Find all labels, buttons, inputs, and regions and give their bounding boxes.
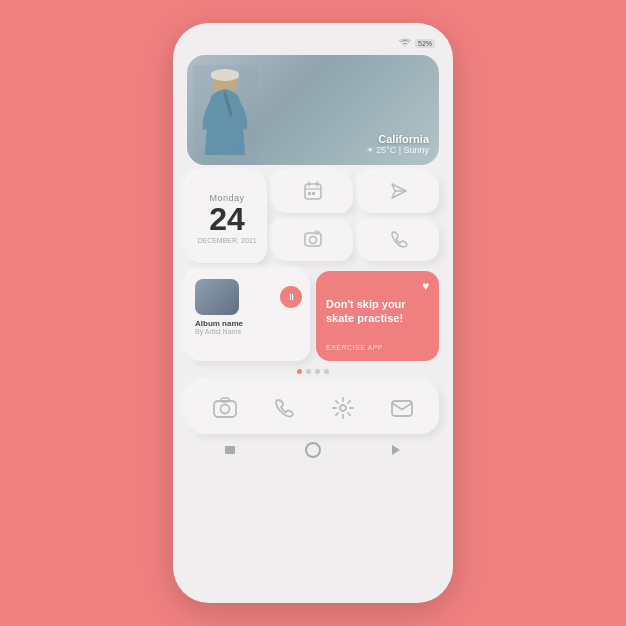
album-name: Album name [195, 319, 243, 328]
phone-receiver-icon [389, 229, 409, 253]
album-art [195, 279, 239, 315]
calendar-date: 24 [209, 203, 245, 235]
settings-dock-icon[interactable] [327, 392, 359, 424]
svg-rect-16 [221, 398, 229, 402]
weather-widget[interactable]: California ☀ 25°C | Sunny [187, 55, 439, 165]
weather-city: California [366, 133, 430, 145]
dot-4[interactable] [324, 369, 329, 374]
navigation-bar [187, 440, 439, 460]
exercise-app-label: EXERCISE APP [326, 344, 429, 351]
back-nav-button[interactable] [218, 442, 242, 458]
status-bar: 52% [187, 35, 439, 51]
svg-rect-14 [214, 401, 236, 417]
exercise-widget[interactable]: ♥ Don't skip your skate practise! EXERCI… [316, 271, 439, 361]
heart-icon: ♥ [422, 279, 429, 293]
widgets-grid: Monday 24 DECEMBER, 2021 [187, 173, 439, 263]
person-image [193, 65, 258, 165]
music-controls-row: ⏸ [195, 279, 302, 315]
status-icons: 52% [399, 38, 435, 49]
battery-icon: 52% [415, 39, 435, 48]
wifi-icon [399, 38, 411, 49]
send-widget[interactable] [359, 173, 439, 213]
svg-point-12 [310, 237, 317, 244]
phone-widget[interactable] [359, 221, 439, 261]
calendar-widget[interactable]: Monday 24 DECEMBER, 2021 [187, 173, 267, 263]
play-pause-button[interactable]: ⏸ [280, 286, 302, 308]
phone-dock-icon[interactable] [268, 392, 300, 424]
page-dots [187, 369, 439, 374]
exercise-message: Don't skip your skate practise! [326, 297, 429, 326]
svg-marker-20 [392, 445, 400, 455]
svg-point-17 [340, 405, 346, 411]
instagram-widget[interactable] [273, 221, 353, 261]
weather-info: California ☀ 25°C | Sunny [366, 133, 430, 155]
svg-point-15 [220, 405, 229, 414]
widgets-bottom: ⏸ Album name By Artist Name ♥ Don't skip… [187, 271, 439, 361]
calendar-month-year: DECEMBER, 2021 [197, 237, 256, 244]
svg-rect-8 [308, 192, 311, 195]
camera-dock-icon[interactable] [209, 392, 241, 424]
mail-dock-icon[interactable] [386, 392, 418, 424]
weather-sun-icon: ☀ [366, 145, 374, 155]
dot-1[interactable] [297, 369, 302, 374]
dot-3[interactable] [315, 369, 320, 374]
calendar-app-widget[interactable] [273, 173, 353, 213]
artist-name: By Artist Name [195, 328, 241, 335]
svg-rect-3 [211, 71, 239, 79]
svg-rect-9 [312, 192, 315, 195]
music-widget[interactable]: ⏸ Album name By Artist Name [187, 271, 310, 361]
send-icon [390, 182, 408, 204]
calendar-app-icon [303, 181, 323, 205]
svg-rect-19 [225, 446, 235, 454]
dot-2[interactable] [306, 369, 311, 374]
phone-frame: 52% Califor [173, 23, 453, 603]
forward-nav-button[interactable] [384, 442, 408, 458]
camera-circle-icon [303, 229, 323, 253]
weather-condition: ☀ 25°C | Sunny [366, 145, 430, 155]
svg-rect-4 [305, 184, 321, 199]
home-nav-button[interactable] [305, 442, 321, 458]
app-dock [187, 382, 439, 434]
pause-icon: ⏸ [287, 292, 296, 302]
